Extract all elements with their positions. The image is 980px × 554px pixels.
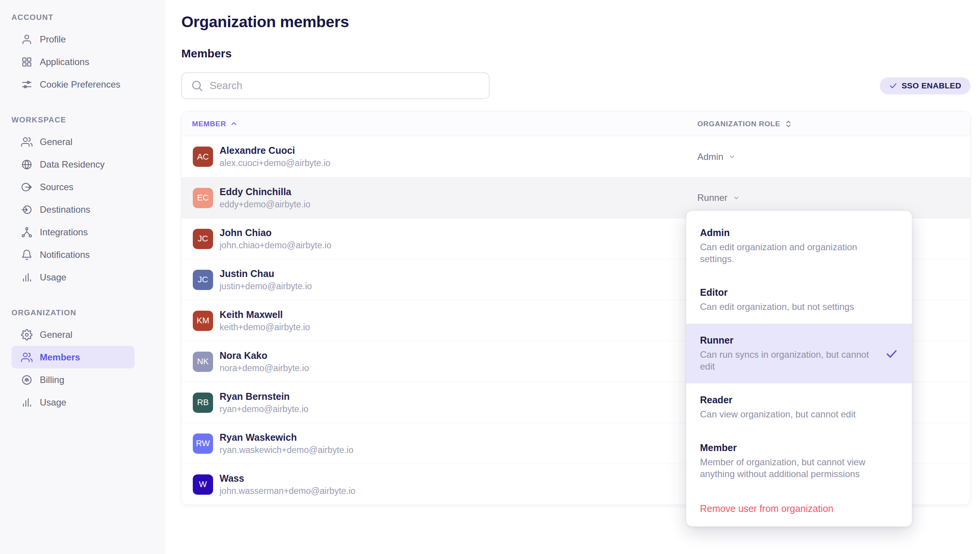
member-cell: JCJohn Chiaojohn.chiao+demo@airbyte.io — [182, 227, 697, 251]
avatar: JC — [193, 229, 213, 249]
role-option-title: Admin — [700, 227, 881, 238]
role-value: Runner — [697, 192, 728, 203]
avatar: NK — [193, 352, 213, 372]
role-option-description: Member of organization, but cannot view … — [700, 456, 880, 480]
role-option-admin[interactable]: AdminCan edit organization and organizat… — [686, 216, 912, 276]
sidebar-item-label: Billing — [40, 375, 64, 385]
sidebar-item-account-applications[interactable]: Applications — [11, 51, 135, 73]
role-option-title: Reader — [700, 394, 881, 406]
sidebar-item-label: Destinations — [40, 204, 90, 215]
gear-icon — [21, 329, 33, 341]
sidebar-item-organization-members[interactable]: Members — [11, 346, 135, 368]
sliders-icon — [21, 79, 33, 90]
member-cell: KMKeith Maxwellkeith+demo@airbyte.io — [182, 309, 697, 332]
sidebar-item-label: Notifications — [40, 249, 90, 260]
sidebar-item-workspace-integrations[interactable]: Integrations — [11, 221, 135, 243]
sidebar-item-organization-general[interactable]: General — [11, 323, 135, 346]
member-identity: Eddy Chinchillaeddy+demo@airbyte.io — [220, 186, 311, 210]
sidebar-item-account-profile[interactable]: Profile — [11, 28, 135, 51]
member-cell: ECEddy Chinchillaeddy+demo@airbyte.io — [182, 186, 697, 210]
role-option-reader[interactable]: ReaderCan view organization, but cannot … — [686, 383, 912, 431]
member-email: nora+demo@airbyte.io — [220, 363, 309, 373]
bar-chart-icon — [21, 272, 33, 283]
member-name: Wass — [220, 473, 355, 484]
sidebar-item-organization-usage[interactable]: Usage — [11, 391, 135, 414]
sidebar-section-label-workspace: WORKSPACE — [11, 116, 154, 124]
role-option-runner[interactable]: RunnerCan run syncs in organization, but… — [686, 324, 912, 383]
member-email: john.chiao+demo@airbyte.io — [220, 240, 332, 251]
avatar: W — [193, 474, 213, 495]
member-identity: Ryan Bernsteinryan+demo@airbyte.io — [220, 391, 308, 414]
sidebar-item-workspace-usage[interactable]: Usage — [11, 266, 135, 288]
sidebar-item-label: Cookie Preferences — [40, 79, 120, 90]
check-icon — [889, 81, 897, 90]
column-header-organization-role[interactable]: ORGANIZATION ROLE — [697, 120, 970, 128]
sidebar-item-label: Data Residency — [40, 159, 104, 170]
page-title: Organization members — [181, 13, 970, 31]
member-row-alexandre-cuoci: ACAlexandre Cuocialex.cuoci+demo@airbyte… — [182, 136, 970, 177]
sidebar-item-organization-billing[interactable]: Billing — [11, 368, 135, 391]
sort-ascending-icon — [230, 120, 238, 128]
role-select-alexandre-cuoci[interactable]: Admin — [697, 152, 970, 162]
member-email: justin+demo@airbyte.io — [220, 281, 312, 292]
sidebar-item-workspace-data-residency[interactable]: Data Residency — [11, 153, 135, 176]
members-toolbar: SSO ENABLED — [181, 72, 970, 99]
avatar: EC — [193, 188, 213, 208]
chevron-down-icon — [733, 194, 740, 202]
role-option-editor[interactable]: EditorCan edit organization, but not set… — [686, 276, 912, 324]
sidebar-item-workspace-sources[interactable]: Sources — [11, 176, 135, 198]
role-option-description: Can run syncs in organization, but canno… — [700, 349, 880, 372]
role-option-title: Editor — [700, 287, 881, 298]
member-email: john.wasserman+demo@airbyte.io — [220, 486, 355, 496]
member-email: ryan.waskewich+demo@airbyte.io — [220, 445, 353, 455]
search-icon — [190, 79, 203, 92]
sidebar-item-workspace-destinations[interactable]: Destinations — [11, 198, 135, 221]
sidebar-item-label: General — [40, 329, 72, 340]
role-dropdown-menu: AdminCan edit organization and organizat… — [686, 211, 912, 526]
globe-icon — [21, 159, 33, 170]
users-icon — [21, 352, 33, 363]
source-icon — [21, 181, 33, 193]
role-select-eddy-chinchilla[interactable]: Runner — [697, 192, 970, 203]
sidebar-item-label: Usage — [40, 272, 66, 283]
member-cell: ACAlexandre Cuocialex.cuoci+demo@airbyte… — [182, 145, 697, 168]
member-name: Keith Maxwell — [220, 309, 310, 320]
member-identity: Keith Maxwellkeith+demo@airbyte.io — [220, 309, 310, 332]
bell-icon — [21, 249, 33, 261]
selected-check-icon — [885, 347, 898, 360]
sidebar-item-workspace-notifications[interactable]: Notifications — [11, 243, 135, 266]
role-option-member[interactable]: MemberMember of organization, but cannot… — [686, 431, 912, 491]
integrations-icon — [21, 226, 33, 238]
member-email: keith+demo@airbyte.io — [220, 322, 310, 332]
member-name: Justin Chau — [220, 268, 312, 279]
role-option-description: Can edit organization, but not settings — [700, 301, 880, 313]
sidebar-section-label-account: ACCOUNT — [11, 13, 154, 22]
sort-both-icon — [784, 120, 793, 128]
role-option-title: Runner — [700, 335, 881, 346]
organization-settings-page: ACCOUNTProfileApplicationsCookie Prefere… — [0, 0, 980, 554]
sso-badge-label: SSO ENABLED — [902, 81, 961, 90]
sidebar-item-label: Integrations — [40, 227, 88, 238]
member-name: Eddy Chinchilla — [220, 186, 311, 197]
person-icon — [21, 34, 33, 45]
destination-icon — [21, 204, 33, 215]
avatar: JC — [193, 270, 213, 290]
settings-sidebar: ACCOUNTProfileApplicationsCookie Prefere… — [0, 0, 165, 554]
member-name: Ryan Bernstein — [220, 391, 308, 402]
member-search-box[interactable] — [181, 72, 490, 99]
chevron-down-icon — [728, 153, 736, 161]
member-identity: Ryan Waskewichryan.waskewich+demo@airbyt… — [220, 432, 353, 455]
avatar: AC — [193, 147, 213, 167]
member-identity: Nora Kakonora+demo@airbyte.io — [220, 350, 309, 373]
sidebar-item-account-cookie-preferences[interactable]: Cookie Preferences — [11, 73, 135, 96]
member-email: eddy+demo@airbyte.io — [220, 199, 311, 210]
column-header-member[interactable]: MEMBER — [182, 120, 697, 128]
member-identity: Justin Chaujustin+demo@airbyte.io — [220, 268, 312, 292]
sidebar-item-workspace-general[interactable]: General — [11, 130, 135, 153]
member-name: Nora Kako — [220, 350, 309, 361]
search-input[interactable] — [210, 80, 480, 92]
users-icon — [21, 136, 33, 148]
member-cell: JCJustin Chaujustin+demo@airbyte.io — [182, 268, 697, 292]
sidebar-section-label-organization: ORGANIZATION — [11, 308, 154, 317]
remove-user-from-organization-link[interactable]: Remove user from organization — [686, 491, 912, 521]
